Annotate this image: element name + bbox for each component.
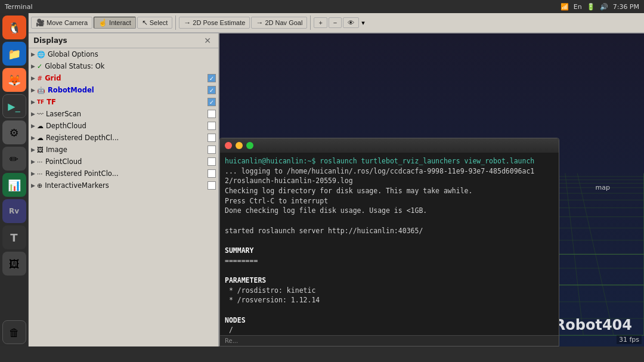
arrow-icon: ▶ [31,171,35,177]
terminal-line-4: Checking log directory for disk usage. T… [225,186,554,196]
display-image[interactable]: ▶ 🖼 Image [29,144,218,156]
displays-panel: Displays ✕ ▶ 🌐 Global Options ▶ ✓ Global… [29,33,219,346]
dock-files[interactable]: 📁 [2,42,26,66]
nav-goal-icon: → [256,18,263,27]
minus-button[interactable]: − [329,17,342,28]
terminal-titlebar [220,138,559,153]
terminal-line-16 [225,305,554,315]
pose-estimate-icon: → [184,18,191,27]
displays-close-button[interactable]: ✕ [202,36,213,45]
display-depth-cloud[interactable]: ▶ ☁ DepthCloud [29,120,218,132]
arrow-icon: ▶ [31,182,35,188]
registered-depth-checkbox[interactable] [208,134,216,142]
sound-icon: 🔊 [600,3,608,11]
terminal-line-1: huicanlin@huicanlin:~$ roslaunch turtleb… [225,156,554,166]
keyboard-layout: En [574,3,582,11]
robot-model-checkbox[interactable] [208,86,216,94]
point-cloud-icon: ⋯ [37,159,43,165]
laser-scan-icon: 〰 [37,110,44,118]
move-camera-icon: 🎥 [36,18,45,27]
display-registered-depth[interactable]: ▶ ☁ Registered DepthCl... [29,132,218,144]
terminal-line-18: / [225,325,554,335]
display-grid[interactable]: ▶ # Grid [29,72,218,84]
terminal-line-12 [225,265,554,276]
arrow-icon: ▶ [31,147,35,153]
eye-button[interactable]: 👁 [343,17,359,28]
terminal-close-button[interactable] [225,142,232,149]
terminal-minimize-button[interactable] [236,142,243,149]
dock-charts[interactable]: 📊 [2,173,26,197]
point-cloud-checkbox[interactable] [208,157,216,166]
display-tf[interactable]: ▶ TF TF [29,96,218,108]
arrow-icon: ▶ [31,51,35,57]
laser-scan-checkbox[interactable] [208,110,216,118]
arrow-icon: ▶ [31,63,35,69]
terminal-line-14: * /rosdistro: kinetic [225,286,554,296]
terminal-line-5: Press Ctrl-C to interrupt [225,196,554,206]
terminal-line-9 [225,236,554,246]
display-global-options[interactable]: ▶ 🌐 Global Options [29,48,218,60]
dock-rviz[interactable]: Rv [2,199,26,223]
tf-checkbox[interactable] [208,98,216,106]
tf-icon: TF [37,99,44,105]
grid-checkbox[interactable] [208,74,216,82]
viewport-3d[interactable]: base_link map odom camera_link base_foot… [219,33,644,346]
terminal-line-15: * /rosversion: 1.12.14 [225,295,554,305]
interact-button[interactable]: ☝ Interact [94,17,136,29]
global-status-icon: ✓ [37,63,42,70]
terminal-content[interactable]: huicanlin@huicanlin:~$ roslaunch turtleb… [220,153,559,335]
toolbar-separator-1 [175,16,176,30]
terminal-line-13: PARAMETERS [225,276,554,286]
terminal-line-6: Done checking log file disk usage. Usage… [225,206,554,216]
display-registered-pointcloud[interactable]: ▶ ⋯ Registered PointClo... [29,168,218,180]
clock: 7:36 PM [613,3,639,11]
depth-cloud-icon: ☁ [37,122,44,130]
dock-t-icon[interactable]: T [2,225,26,249]
dock-terminal[interactable]: ▶_ [2,94,26,118]
dock-photos[interactable]: 🖼 [2,252,26,276]
display-robot-model[interactable]: ▶ 🤖 RobotModel [29,84,218,96]
dock: 🐧 📁 🦊 ▶_ ⚙ ✏ 📊 Rv T 🖼 🗑 [0,13,29,346]
terminal-status: Re... [225,338,238,344]
dock-trash[interactable]: 🗑 [2,320,26,344]
dock-ubuntu[interactable]: 🐧 [2,16,26,39]
main-layout: 🐧 📁 🦊 ▶_ ⚙ ✏ 📊 Rv T 🖼 🗑 🎥 Move Camera ☝ … [0,13,644,346]
system-bar: Terminal 📶 En 🔋 🔊 7:36 PM [0,0,644,13]
display-laser-scan[interactable]: ▶ 〰 LaserScan [29,108,218,120]
select-button[interactable]: ↖ Select [137,17,173,29]
depth-cloud-checkbox[interactable] [208,122,216,130]
registered-pointcloud-checkbox[interactable] [208,169,216,178]
select-icon: ↖ [142,18,148,27]
nav-goal-button[interactable]: → 2D Nav Goal [251,17,307,29]
watermark-text: Robot404 [555,317,632,333]
registered-pointcloud-icon: ⋯ [37,171,43,177]
global-options-icon: 🌐 [37,51,45,58]
display-global-status[interactable]: ▶ ✓ Global Status: Ok [29,60,218,72]
arrow-icon: ▶ [31,159,35,165]
dock-text-editor[interactable]: ✏ [2,147,26,171]
dock-firefox[interactable]: 🦊 [2,68,26,92]
terminal-line-11: ======== [225,256,554,266]
fps-counter: 31 fps [617,335,642,344]
displays-header: Displays ✕ [29,33,218,48]
image-checkbox[interactable] [208,146,216,154]
toolbar-separator-2 [310,16,311,30]
display-interactive-markers[interactable]: ▶ ⊕ InteractiveMarkers [29,180,218,191]
add-button[interactable]: + [314,17,327,28]
interactive-markers-icon: ⊕ [37,182,42,190]
terminal-line-17: NODES [225,315,554,326]
interactive-markers-checkbox[interactable] [208,181,216,190]
arrow-icon: ▶ [31,75,35,81]
terminal-maximize-button[interactable] [246,142,253,149]
interact-icon: ☝ [98,18,107,27]
map-label: map [596,184,610,191]
display-point-cloud[interactable]: ▶ ⋯ PointCloud [29,156,218,168]
pose-estimate-button[interactable]: → 2D Pose Estimate [179,17,250,29]
robot-model-icon: 🤖 [37,86,45,94]
move-camera-button[interactable]: 🎥 Move Camera [31,17,92,29]
eye-dropdown[interactable]: ▾ [361,19,365,27]
dock-settings[interactable]: ⚙ [2,120,26,144]
displays-and-3d: Displays ✕ ▶ 🌐 Global Options ▶ ✓ Global… [29,33,644,346]
registered-depth-icon: ☁ [37,134,44,142]
arrow-icon: ▶ [31,87,35,93]
